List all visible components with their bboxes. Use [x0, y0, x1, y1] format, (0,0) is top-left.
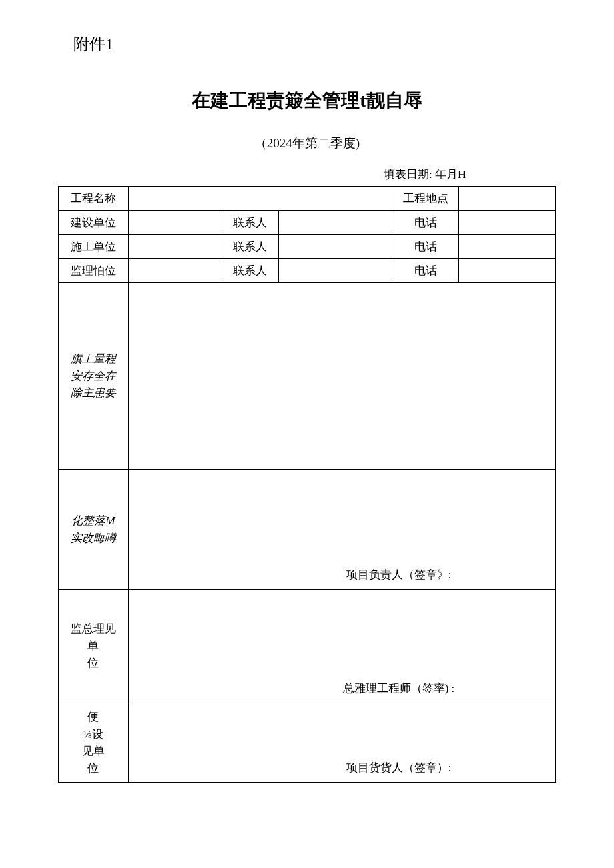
label-contact-2: 联系人 — [222, 235, 278, 259]
field-contractor-phone[interactable] — [459, 235, 556, 259]
label-contact-3: 联系人 — [222, 259, 278, 283]
label-phone-1: 电话 — [392, 211, 459, 235]
label-construction-unit: 建设单位 — [58, 211, 128, 235]
field-project-location[interactable] — [459, 187, 556, 211]
label-construction-opinion: 便 ⅛设 见单 位 — [58, 703, 128, 783]
field-construction-opinion[interactable]: 项目货货人（签章）: — [128, 703, 555, 783]
field-supervision-contact[interactable] — [278, 259, 392, 283]
label-phone-2: 电话 — [392, 235, 459, 259]
field-contractor-contact[interactable] — [278, 235, 392, 259]
page-title: 在建工程责簸全管理t靓自辱 — [0, 88, 614, 113]
label-phone-3: 电话 — [392, 259, 459, 283]
label-project-location: 工程地点 — [392, 187, 459, 211]
label-supervision-unit: 监理怕位 — [58, 259, 128, 283]
label-contact-1: 联系人 — [222, 211, 278, 235]
page-subtitle: （2024年第二季度) — [0, 135, 614, 152]
label-supervision-opinion: 监总理见 单 位 — [58, 590, 128, 703]
attachment-label: 附件1 — [73, 33, 614, 55]
label-rectification: 化整落M实改晦噂 — [58, 470, 128, 590]
field-construction-contact[interactable] — [278, 211, 392, 235]
field-supervision-phone[interactable] — [459, 259, 556, 283]
field-hidden-danger[interactable] — [128, 283, 555, 470]
field-construction-phone[interactable] — [459, 211, 556, 235]
label-project-name: 工程名称 — [58, 187, 128, 211]
signature-project-leader: 项目负责人（签章》: — [134, 567, 550, 582]
label-hidden-danger: 旗工量程安存全在除主患要 — [58, 283, 128, 470]
signature-project-goods: 项目货货人（签章）: — [134, 760, 550, 775]
field-supervision-unit[interactable] — [128, 259, 222, 283]
field-project-name[interactable] — [128, 187, 392, 211]
field-construction-unit[interactable] — [128, 211, 222, 235]
form-table: 工程名称 工程地点 建设单位 联系人 电话 施工单位 联系人 电话 监理怕位 联… — [58, 186, 556, 783]
signature-chief-engineer: 总雅理工程师（签率) : — [134, 681, 550, 696]
field-supervision-opinion[interactable]: 总雅理工程师（签率) : — [128, 590, 555, 703]
fill-date-label: 填表日期: 年月H — [384, 167, 614, 182]
field-rectification[interactable]: 项目负责人（签章》: — [128, 470, 555, 590]
field-contractor-unit[interactable] — [128, 235, 222, 259]
label-contractor-unit: 施工单位 — [58, 235, 128, 259]
